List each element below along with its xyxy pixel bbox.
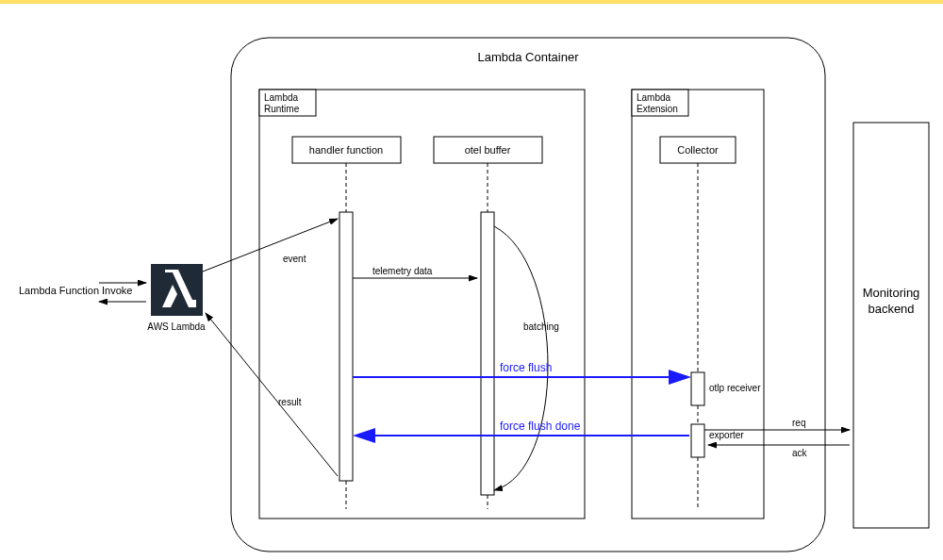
- collector-label: Collector: [677, 144, 719, 156]
- aws-lambda-label: AWS Lambda: [147, 321, 206, 332]
- monitoring-backend-box: [853, 123, 929, 528]
- diagram-canvas: Lambda Container Lambda Runtime Lambda E…: [0, 0, 943, 560]
- batching-label: batching: [523, 321, 559, 332]
- result-label: result: [278, 397, 302, 407]
- event-label: event: [283, 254, 306, 264]
- otlp-receiver-label: otlp receiver: [709, 383, 761, 393]
- exporter-activation: [691, 424, 704, 457]
- handler-function-label: handler function: [309, 144, 383, 156]
- ack-label: ack: [792, 448, 808, 458]
- otel-activation: [481, 212, 494, 495]
- exporter-label: exporter: [709, 430, 744, 440]
- force-flush-done-label: force flush done: [500, 420, 581, 433]
- otel-buffer-label: otel buffer: [465, 144, 511, 156]
- monitoring-label-2: backend: [868, 302, 914, 316]
- event-arrow: [203, 219, 338, 272]
- result-arrow: [206, 313, 338, 476]
- batching-loop: [494, 226, 548, 490]
- lambda-extension-label-2: Extension: [637, 104, 678, 114]
- lambda-container-title: Lambda Container: [478, 50, 580, 64]
- monitoring-label-1: Monitoring: [863, 286, 920, 300]
- handler-activation: [339, 212, 353, 481]
- lambda-runtime-label-2: Runtime: [264, 104, 300, 114]
- lambda-container-box: [231, 38, 825, 552]
- force-flush-label: force flush: [500, 361, 552, 374]
- req-label: req: [792, 418, 805, 428]
- otlp-receiver-activation: [691, 372, 704, 405]
- invoke-label: Lambda Function Invoke: [19, 285, 132, 296]
- telemetry-label: telemetry data: [372, 266, 433, 276]
- lambda-extension-label-1: Lambda: [637, 92, 671, 103]
- lambda-runtime-label-1: Lambda: [264, 92, 299, 103]
